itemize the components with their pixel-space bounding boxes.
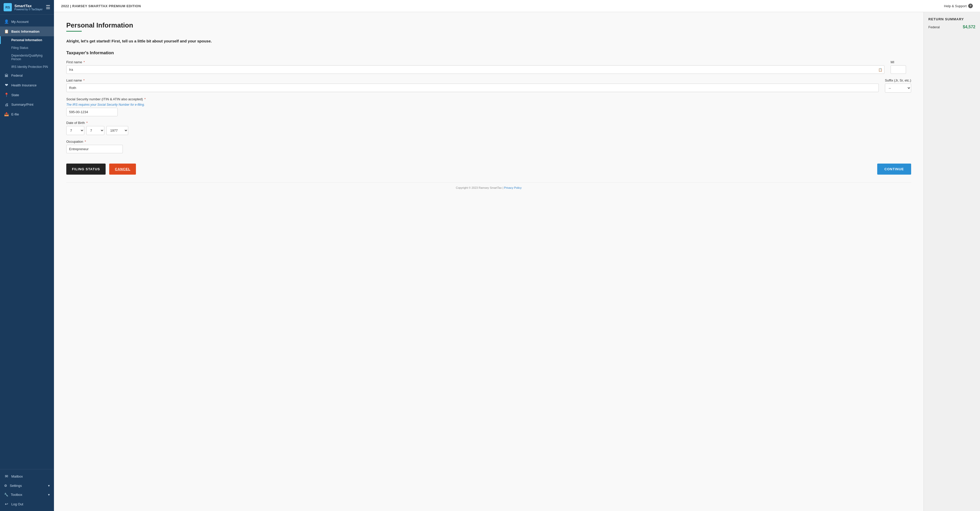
- buttons-row: FILING STATUS CANCEL CONTINUE: [66, 164, 911, 182]
- continue-button[interactable]: CONTINUE: [877, 164, 911, 175]
- sidebar-item-label: Federal: [11, 73, 22, 77]
- sidebar-item-mailbox[interactable]: ✉ Mailbox: [0, 471, 54, 481]
- return-summary: RETURN SUMMARY Federal $4,572: [923, 12, 980, 511]
- summary-icon: 🖨: [4, 102, 9, 107]
- sidebar-sub-item-personal-info[interactable]: Personal Information: [0, 36, 54, 44]
- section-title: Taxpayer's Information: [66, 50, 911, 56]
- last-name-input[interactable]: [66, 84, 879, 92]
- mailbox-icon: ✉: [4, 474, 9, 479]
- sidebar-item-label: Log Out: [11, 502, 23, 506]
- sidebar-item-efile[interactable]: 📤 E-file: [0, 109, 54, 119]
- suffix-label: Suffix (Jr, Sr, etc.): [885, 78, 911, 82]
- privacy-policy-link[interactable]: Privacy Policy: [504, 186, 522, 189]
- sidebar-sub-basic-info: Personal Information Filing Status Depen…: [0, 36, 54, 71]
- sidebar-item-logout[interactable]: ↩ Log Out: [0, 499, 54, 509]
- dob-selects: 123 456 789 101112 123 456 789 101112 13…: [66, 126, 911, 135]
- mi-input[interactable]: [891, 65, 906, 74]
- occupation-label: Occupation *: [66, 140, 911, 144]
- sidebar-item-state[interactable]: 📍 State: [0, 90, 54, 100]
- main-wrapper: 2022 | RAMSEY SMARTTAX PREMIUM EDITION H…: [54, 0, 980, 511]
- sidebar-item-settings[interactable]: ⚙ Settings ▾: [0, 481, 54, 490]
- content-wrapper: Personal Information Alright, let's get …: [54, 12, 980, 511]
- last-name-label: Last name *: [66, 78, 879, 82]
- efile-icon: 📤: [4, 112, 9, 117]
- suffix-group: Suffix (Jr, Sr, etc.) -- Jr Sr II III: [885, 78, 911, 93]
- sidebar: RS SmartTax Powered by © TaxSlayer ☰ 👤 M…: [0, 0, 54, 511]
- dob-day-select[interactable]: 123 456 789 101112 131415 161718 192021 …: [86, 126, 104, 135]
- help-support-label: Help & Support: [944, 4, 967, 8]
- sidebar-item-label: Settings: [10, 484, 22, 488]
- sidebar-nav: 👤 My Account 📋 Basic Information Persona…: [0, 14, 54, 469]
- sidebar-item-label: Toolbox: [11, 493, 22, 497]
- buttons-left: FILING STATUS CANCEL: [66, 164, 136, 175]
- sidebar-item-label: Mailbox: [11, 474, 23, 478]
- occupation-group: Occupation *: [66, 140, 911, 153]
- sidebar-sub-item-irs-pin[interactable]: IRS Identity Protection PIN: [0, 63, 54, 71]
- sidebar-item-label: My Account: [11, 20, 29, 24]
- first-name-input-wrapper: 📋: [66, 65, 885, 74]
- basic-info-icon: 📋: [4, 29, 9, 34]
- sidebar-item-toolbox[interactable]: 🔧 Toolbox ▾: [0, 490, 54, 499]
- ssn-hint: The IRS requires your Social Security Nu…: [66, 103, 911, 107]
- chevron-down-icon: ▾: [48, 484, 50, 488]
- federal-value: $4,572: [963, 25, 975, 29]
- sidebar-item-my-account[interactable]: 👤 My Account: [0, 17, 54, 27]
- sidebar-sub-item-filing-status[interactable]: Filing Status: [0, 44, 54, 52]
- footer: Copyright © 2023 Ramsey SmartTax | Priva…: [66, 182, 911, 193]
- last-name-suffix-row: Last name * Suffix (Jr, Sr, etc.) -- Jr …: [66, 78, 911, 93]
- state-icon: 📍: [4, 93, 9, 97]
- footer-text: Copyright © 2023 Ramsey SmartTax |: [456, 186, 503, 189]
- sidebar-logo: RS SmartTax Powered by © TaxSlayer ☰: [0, 0, 54, 14]
- sidebar-item-label: Summary/Print: [11, 102, 33, 107]
- hamburger-icon[interactable]: ☰: [46, 4, 50, 10]
- sidebar-item-label: State: [11, 93, 19, 97]
- sidebar-item-label: E-file: [11, 112, 19, 116]
- ssn-input[interactable]: [66, 108, 118, 116]
- mi-label: MI: [891, 60, 911, 64]
- return-summary-federal-row: Federal $4,572: [928, 25, 975, 29]
- dob-month-select[interactable]: 123 456 789 101112: [66, 126, 84, 135]
- dob-label: Date of Birth *: [66, 121, 911, 125]
- help-circle-icon: ?: [968, 3, 973, 8]
- last-name-group: Last name *: [66, 78, 879, 92]
- federal-icon: 🏛: [4, 73, 9, 78]
- sidebar-item-health-insurance[interactable]: ❤ Health Insurance: [0, 80, 54, 90]
- ssn-group: Social Security number (ITIN & ATIN also…: [66, 97, 911, 116]
- federal-label: Federal: [928, 25, 940, 29]
- first-name-input[interactable]: [66, 65, 885, 74]
- input-contact-icon: 📋: [878, 68, 882, 72]
- ssn-label: Social Security number (ITIN & ATIN also…: [66, 97, 911, 101]
- topbar: 2022 | RAMSEY SMARTTAX PREMIUM EDITION H…: [54, 0, 980, 12]
- sidebar-bottom: ✉ Mailbox ⚙ Settings ▾ 🔧 Toolbox ▾ ↩ Log…: [0, 469, 54, 511]
- logo-brand: SmartTax: [14, 3, 42, 8]
- first-name-group: First name * 📋: [66, 60, 885, 74]
- dob-year-select[interactable]: 19751976 19771978 1979: [107, 126, 128, 135]
- first-name-label: First name *: [66, 60, 885, 64]
- sidebar-item-label: Health Insurance: [11, 83, 37, 87]
- page-title: Personal Information: [66, 21, 911, 29]
- sidebar-item-summary-print[interactable]: 🖨 Summary/Print: [0, 100, 54, 109]
- health-icon: ❤: [4, 83, 9, 88]
- logo-sub: Powered by © TaxSlayer: [14, 8, 42, 11]
- toolbox-icon: 🔧: [4, 493, 8, 497]
- help-support-button[interactable]: Help & Support ?: [944, 3, 973, 8]
- occupation-input[interactable]: [66, 145, 123, 153]
- topbar-title: 2022 | RAMSEY SMARTTAX PREMIUM EDITION: [61, 4, 141, 8]
- first-name-mi-row: First name * 📋 MI: [66, 60, 911, 74]
- sidebar-item-label: Basic Information: [11, 30, 40, 34]
- page-content: Personal Information Alright, let's get …: [54, 12, 923, 511]
- return-summary-title: RETURN SUMMARY: [928, 17, 975, 21]
- cancel-button[interactable]: CANCEL: [109, 164, 136, 175]
- sidebar-sub-item-dependents[interactable]: Dependents/Qualifying Person: [0, 52, 54, 63]
- sidebar-item-federal[interactable]: 🏛 Federal: [0, 71, 54, 80]
- logout-icon: ↩: [4, 502, 9, 506]
- intro-text: Alright, let's get started! First, tell …: [66, 39, 911, 43]
- title-underline: [66, 31, 82, 32]
- filing-status-button[interactable]: FILING STATUS: [66, 164, 106, 175]
- suffix-select[interactable]: -- Jr Sr II III: [885, 84, 911, 93]
- my-account-icon: 👤: [4, 19, 9, 24]
- settings-icon: ⚙: [4, 484, 7, 488]
- sidebar-item-basic-information[interactable]: 📋 Basic Information: [0, 27, 54, 36]
- mi-group: MI: [891, 60, 911, 74]
- chevron-down-icon: ▾: [48, 493, 50, 497]
